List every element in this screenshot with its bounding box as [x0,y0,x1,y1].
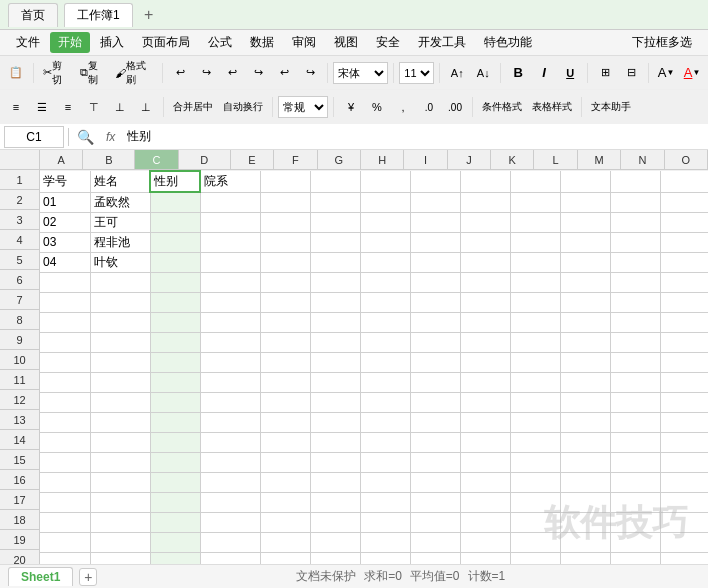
merge-center-button[interactable]: 合并居中 [169,95,217,119]
row-header-17[interactable]: 17 [0,490,39,510]
underline-button[interactable]: U [558,61,582,85]
cell-I4[interactable] [460,232,510,252]
cell-J5[interactable] [510,252,560,272]
cell-A3[interactable]: 02 [40,212,90,232]
cell-I11[interactable] [460,372,510,392]
cell-C13[interactable] [150,412,200,432]
cell-M11[interactable] [660,372,708,392]
cell-M8[interactable] [660,312,708,332]
cell-J16[interactable] [510,472,560,492]
cell-M12[interactable] [660,392,708,412]
col-header-E[interactable]: E [231,150,274,169]
cell-E8[interactable] [260,312,310,332]
cell-M1[interactable] [660,171,708,192]
menu-review[interactable]: 审阅 [284,32,324,53]
cell-M10[interactable] [660,352,708,372]
cell-L4[interactable] [610,232,660,252]
sheet1-tab[interactable]: Sheet1 [8,567,73,586]
cell-F4[interactable] [310,232,360,252]
cell-D11[interactable] [200,372,260,392]
row-header-4[interactable]: 4 [0,230,39,250]
cell-F7[interactable] [310,292,360,312]
cell-M18[interactable] [660,512,708,532]
cell-D14[interactable] [200,432,260,452]
cell-M3[interactable] [660,212,708,232]
cell-A16[interactable] [40,472,90,492]
col-header-F[interactable]: F [274,150,317,169]
cell-I14[interactable] [460,432,510,452]
cell-F1[interactable] [310,171,360,192]
cell-K18[interactable] [560,512,610,532]
align-middle-button[interactable]: ⊥ [108,95,132,119]
cell-G4[interactable] [360,232,410,252]
cell-C1[interactable]: 性别 [150,171,200,192]
cell-A2[interactable]: 01 [40,192,90,212]
cell-B4[interactable]: 程非池 [90,232,150,252]
cell-C3[interactable] [150,212,200,232]
cell-B16[interactable] [90,472,150,492]
menu-page-layout[interactable]: 页面布局 [134,32,198,53]
cell-L19[interactable] [610,532,660,552]
cell-K8[interactable] [560,312,610,332]
cell-I19[interactable] [460,532,510,552]
bold-button[interactable]: B [506,61,530,85]
col-header-G[interactable]: G [318,150,361,169]
cell-J17[interactable] [510,492,560,512]
cell-C11[interactable] [150,372,200,392]
cell-L11[interactable] [610,372,660,392]
dec-dec-button[interactable]: .00 [443,95,467,119]
cell-K20[interactable] [560,552,610,564]
cell-K9[interactable] [560,332,610,352]
row-header-3[interactable]: 3 [0,210,39,230]
align-right-button[interactable]: ≡ [56,95,80,119]
name-manager-button[interactable]: 🔍 [73,125,98,149]
cell-F6[interactable] [310,272,360,292]
cell-style-button[interactable]: 表格样式 [528,95,576,119]
row-header-10[interactable]: 10 [0,350,39,370]
cell-H18[interactable] [410,512,460,532]
cell-G12[interactable] [360,392,410,412]
cell-B1[interactable]: 姓名 [90,171,150,192]
cell-A15[interactable] [40,452,90,472]
cell-G1[interactable] [360,171,410,192]
cell-G18[interactable] [360,512,410,532]
cell-A13[interactable] [40,412,90,432]
cell-F8[interactable] [310,312,360,332]
cell-C10[interactable] [150,352,200,372]
cell-B19[interactable] [90,532,150,552]
cell-D5[interactable] [200,252,260,272]
font-size-increase-button[interactable]: A↑ [445,61,469,85]
cell-M14[interactable] [660,432,708,452]
cell-A1[interactable]: 学号 [40,171,90,192]
cell-M19[interactable] [660,532,708,552]
cell-D6[interactable] [200,272,260,292]
redo3-button[interactable]: ↪ [298,61,322,85]
cell-L17[interactable] [610,492,660,512]
cell-D15[interactable] [200,452,260,472]
text-helper-button[interactable]: 文本助手 [587,95,635,119]
cell-G8[interactable] [360,312,410,332]
cell-K13[interactable] [560,412,610,432]
cell-I1[interactable] [460,171,510,192]
cell-F10[interactable] [310,352,360,372]
cell-E14[interactable] [260,432,310,452]
cell-K17[interactable] [560,492,610,512]
cell-K15[interactable] [560,452,610,472]
cell-L13[interactable] [610,412,660,432]
cell-K4[interactable] [560,232,610,252]
cell-A18[interactable] [40,512,90,532]
cell-I18[interactable] [460,512,510,532]
cell-F14[interactable] [310,432,360,452]
cell-D20[interactable] [200,552,260,564]
cell-J4[interactable] [510,232,560,252]
row-header-5[interactable]: 5 [0,250,39,270]
cell-J20[interactable] [510,552,560,564]
row-header-8[interactable]: 8 [0,310,39,330]
col-header-N[interactable]: N [621,150,664,169]
cell-G6[interactable] [360,272,410,292]
cell-A19[interactable] [40,532,90,552]
cell-D7[interactable] [200,292,260,312]
row-header-2[interactable]: 2 [0,190,39,210]
cell-E13[interactable] [260,412,310,432]
cell-C18[interactable] [150,512,200,532]
